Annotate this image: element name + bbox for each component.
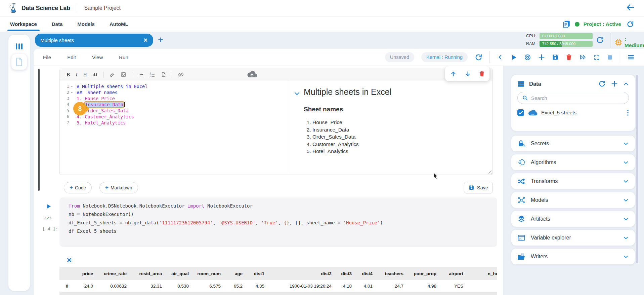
cell-scroll-indicator[interactable] (38, 69, 40, 191)
search-placeholder: Search (531, 95, 547, 101)
tab-close-icon[interactable]: ✕ (143, 37, 148, 43)
editor-line-selected[interactable]: 42. Insurance_Data (60, 102, 288, 108)
dataset-checkbox[interactable] (517, 109, 524, 116)
fold-caret-icon[interactable]: ▾ (69, 89, 75, 96)
run-cell-icon[interactable] (511, 54, 517, 61)
editor-line[interactable]: 2▾## Sheet names (60, 89, 288, 96)
project-files-icon[interactable] (562, 20, 571, 29)
code-line[interactable]: from Notebook.DSNotebook.NotebookExecuto… (69, 202, 497, 210)
tab-multiple-sheets[interactable]: Multiple sheets ✕ (35, 34, 153, 47)
sidebar-section-models[interactable]: Models (511, 192, 635, 208)
markdown-editor[interactable]: 1▾# Multiple sheets in Excel 2▾## Sheet … (60, 80, 288, 175)
panel-toggle-icon[interactable] (16, 43, 23, 49)
image-icon[interactable] (121, 72, 126, 77)
cell-resize-handle[interactable] (487, 169, 491, 174)
chevron-down-icon[interactable] (623, 216, 629, 222)
resources-refresh-icon[interactable] (596, 36, 604, 45)
editor-line[interactable]: 53. Order_Sales_Data (60, 108, 288, 114)
menu-run[interactable]: Run (119, 54, 128, 60)
fullscreen-icon[interactable] (594, 54, 600, 61)
back-arrow-icon[interactable] (625, 3, 635, 13)
markdown-cell[interactable]: B I H (59, 69, 493, 175)
save-notebook-icon[interactable] (552, 54, 559, 61)
code-line[interactable]: df_Excel_5_sheets = nb.get_data('1111172… (69, 219, 497, 227)
add-code-cell-button[interactable]: + Code (64, 182, 92, 193)
bullet-list-icon[interactable] (138, 72, 144, 77)
delete-cell-icon[interactable] (566, 54, 572, 61)
editor-line[interactable]: 75. Hotel_Analytics (60, 120, 288, 126)
sidebar-section-variable-explorer[interactable]: (x) Variable explorer (511, 230, 635, 246)
chevron-down-icon[interactable] (623, 141, 629, 147)
italic-icon[interactable]: I (76, 72, 77, 78)
code-cell[interactable]: from Notebook.DSNotebook.NotebookExecuto… (59, 197, 497, 247)
link-icon[interactable] (110, 72, 115, 77)
save-cell-button[interactable]: Save (464, 182, 493, 193)
sidebar-scrollbar[interactable] (636, 75, 638, 263)
run-all-icon[interactable] (579, 54, 587, 61)
kernel-refresh-icon[interactable] (475, 53, 482, 61)
add-cell-icon[interactable] (538, 54, 545, 61)
chevron-down-icon[interactable] (623, 235, 629, 241)
code-document-icon[interactable] (161, 72, 166, 77)
collapse-panel-icon[interactable] (497, 54, 504, 61)
editor-line[interactable]: 31. House_Price (60, 96, 288, 102)
column-header: dist1 (246, 267, 268, 280)
table-bottom-strip (59, 292, 497, 295)
sidebar-section-transforms[interactable]: Transforms (511, 173, 635, 189)
nav-item-automl[interactable]: AutoML (110, 16, 128, 32)
menu-file[interactable]: File (43, 54, 51, 60)
code-line[interactable]: df_Excel_5_sheets (69, 227, 497, 235)
fold-caret-icon[interactable]: ▾ (69, 83, 75, 89)
quote-icon[interactable] (93, 72, 98, 77)
nav-item-workspace[interactable]: Workspace (10, 16, 37, 32)
stop-icon[interactable] (607, 54, 613, 60)
collapse-chevron-icon[interactable] (294, 90, 300, 98)
move-cell-down-icon[interactable] (465, 71, 471, 77)
chevron-down-icon[interactable] (623, 254, 629, 260)
nav-item-models[interactable]: Models (77, 16, 95, 32)
status-dot (575, 22, 579, 27)
interrupt-kernel-icon[interactable] (524, 54, 531, 61)
kernel-status-badge: Kernal : Running (421, 52, 468, 62)
preview-toggle-icon[interactable] (178, 72, 184, 78)
run-code-cell-icon[interactable] (46, 204, 51, 211)
heading-icon[interactable]: H (83, 72, 87, 78)
menu-edit[interactable]: Edit (67, 54, 76, 60)
close-output-icon[interactable]: ✕ (67, 256, 72, 264)
add-markdown-cell-button[interactable]: + Markdown (99, 182, 138, 193)
chevron-down-icon[interactable] (623, 178, 629, 184)
dataframe-table: pricecrime_rateresid_areaair_qualroom_nu… (59, 267, 497, 292)
bold-icon[interactable]: B (67, 72, 70, 78)
data-grid-icon (517, 80, 525, 87)
notebook-file-button[interactable] (11, 54, 27, 70)
sidebar-section-secrets[interactable]: Secrets (511, 136, 635, 151)
dataset-row[interactable]: Excel_5 sheets (517, 109, 629, 116)
add-data-icon[interactable] (611, 80, 618, 87)
add-tab-button[interactable]: + (158, 35, 163, 45)
project-refresh-icon[interactable] (627, 21, 634, 28)
search-input[interactable]: Search (517, 92, 629, 104)
numbered-list-icon[interactable]: 123 (149, 72, 155, 77)
table-cell: 4.01 (355, 280, 376, 292)
sidebar-section-artifacts[interactable]: Artifacts (511, 211, 635, 227)
chevron-down-icon[interactable] (623, 197, 629, 203)
molecule-network-icon (517, 196, 525, 204)
data-refresh-icon[interactable] (598, 80, 606, 87)
code-line[interactable]: nb = NotebookExecutor() (69, 210, 497, 219)
editor-line[interactable]: 64. Customer_Analytics (60, 114, 288, 120)
sidebar-section-algorithms[interactable]: Algorithms (511, 154, 635, 170)
list-item: Customer_Analytics (312, 141, 484, 148)
main-nav: Workspace Data Models AutoML Project : A… (0, 16, 644, 32)
editor-line[interactable]: 1▾# Multiple sheets in Excel (60, 83, 288, 89)
nav-item-data[interactable]: Data (52, 16, 63, 32)
delete-cell-popup-icon[interactable] (479, 71, 485, 77)
menu-view[interactable]: View (92, 54, 103, 60)
collapse-data-icon[interactable] (623, 81, 629, 87)
hamburger-menu-icon[interactable] (627, 54, 635, 61)
move-cell-up-icon[interactable] (450, 71, 457, 77)
list-item: Order_Sales_Data (312, 133, 484, 141)
upload-cloud-icon[interactable] (247, 70, 257, 79)
dataset-menu-icon[interactable] (627, 109, 629, 116)
chevron-down-icon[interactable] (623, 159, 629, 165)
sidebar-section-writers[interactable]: Writers (511, 249, 635, 264)
